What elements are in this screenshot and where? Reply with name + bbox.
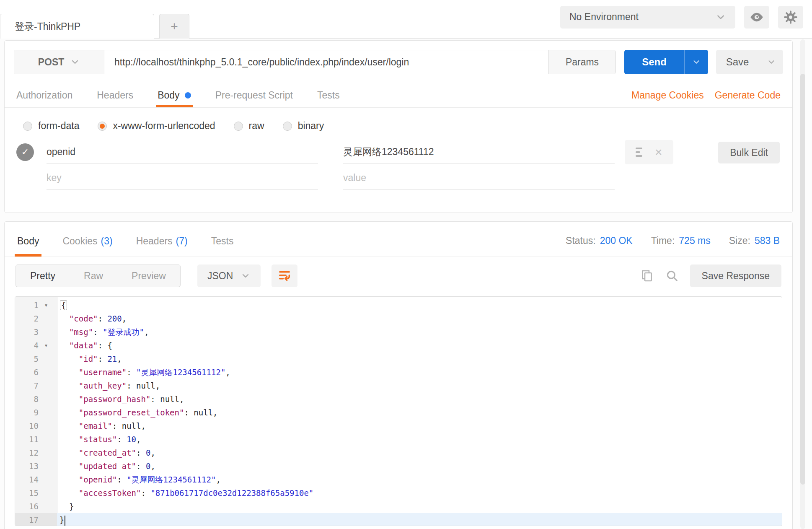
chevron-down-icon — [692, 57, 701, 67]
send-button[interactable]: Send — [624, 50, 684, 74]
search-response-button[interactable] — [665, 269, 679, 283]
view-mode-pretty[interactable]: Pretty — [16, 265, 70, 287]
environment-label: No Environment — [569, 11, 639, 23]
token-n: 0 — [146, 448, 150, 457]
body-mode-form-data[interactable]: form-data — [23, 120, 79, 132]
token-s: "灵犀网络1234561112" — [127, 475, 216, 484]
body-mode-raw[interactable]: raw — [234, 120, 264, 132]
response-code-editor[interactable]: 1▾{2 "code": 200,3 "msg": "登录成功",4▾ "dat… — [15, 296, 782, 526]
tab-label: Cookies — [62, 236, 97, 247]
key-input[interactable] — [47, 172, 318, 184]
code-line: 15 "accessToken": "871b061717dc0e32d1223… — [15, 486, 782, 500]
body-mode-x-www-form-urlencoded[interactable]: x-www-form-urlencoded — [98, 120, 215, 132]
format-select[interactable]: JSON — [197, 264, 261, 287]
url-input[interactable] — [104, 50, 548, 74]
response-tab-tests[interactable]: Tests — [211, 222, 234, 257]
key-input[interactable] — [47, 146, 318, 158]
copy-response-button[interactable] — [640, 269, 654, 283]
token-k: "status" — [79, 435, 117, 444]
request-tab-body[interactable]: Body — [158, 83, 191, 107]
response-tab-body[interactable]: Body — [17, 222, 39, 257]
tab-label: Tests — [211, 236, 234, 247]
tab-label: Body — [158, 90, 179, 101]
response-tabs-row: BodyCookies(3)Headers(7)Tests Status:200… — [5, 222, 792, 257]
token-p: , — [136, 435, 141, 444]
token-p: : null, — [150, 394, 184, 404]
params-button[interactable]: Params — [548, 50, 615, 74]
method-select[interactable]: POST — [14, 50, 104, 74]
code-line: 9 "password_reset_token": null, — [15, 406, 782, 419]
code-line: 1▾{ — [15, 298, 782, 312]
reorder-handle-icon[interactable] — [636, 148, 642, 157]
token-p — [59, 354, 79, 363]
response-panel: BodyCookies(3)Headers(7)Tests Status:200… — [4, 221, 793, 529]
line-number: 9 — [15, 406, 39, 419]
save-button[interactable]: Save — [716, 50, 759, 74]
value-input[interactable] — [343, 146, 615, 158]
gutter-cell: 14 — [15, 473, 57, 486]
view-mode-raw[interactable]: Raw — [70, 265, 117, 287]
token-s: "871b061717dc0e32d122388f65a5910e" — [150, 488, 313, 498]
code-text: "username": "灵犀网络1234561112", — [57, 366, 782, 379]
request-tab[interactable]: 登录-ThinkPHP — [0, 14, 154, 39]
line-number: 13 — [15, 459, 39, 473]
token-k: "password_hash" — [79, 394, 151, 404]
new-tab-button[interactable]: + — [159, 14, 189, 39]
code-text: { — [57, 298, 782, 312]
request-links: Manage Cookies Generate Code — [631, 83, 781, 107]
key-value-row: ✓ × — [5, 139, 792, 165]
wrap-lines-button[interactable] — [272, 264, 297, 287]
settings-button[interactable] — [778, 6, 803, 29]
code-lines: 1▾{2 "code": 200,3 "msg": "登录成功",4▾ "dat… — [15, 297, 782, 526]
body-mode-binary[interactable]: binary — [283, 120, 324, 132]
view-mode-preview[interactable]: Preview — [117, 265, 180, 287]
page-scrollbar[interactable] — [800, 39, 805, 529]
request-tabstrip: 登录-ThinkPHP + — [0, 0, 189, 38]
bulk-edit-button[interactable]: Bulk Edit — [718, 142, 780, 163]
generate-code-link[interactable]: Generate Code — [715, 90, 781, 101]
code-line: 8 "password_hash": null, — [15, 392, 782, 406]
gear-icon — [783, 10, 798, 25]
response-tab-cookies[interactable]: Cookies(3) — [62, 222, 112, 257]
scrollbar-thumb[interactable] — [800, 74, 805, 485]
request-tab-tests[interactable]: Tests — [317, 83, 340, 107]
row-enabled-checkbox[interactable]: ✓ — [16, 143, 34, 161]
code-line: 5 "id": 21, — [15, 352, 782, 366]
send-options-button[interactable] — [684, 50, 708, 74]
token-k: "openid" — [79, 475, 117, 484]
request-tab-pre-request-script[interactable]: Pre-request Script — [215, 83, 293, 107]
delete-row-icon[interactable]: × — [655, 146, 662, 158]
chevron-down-icon — [240, 271, 251, 281]
manage-cookies-link[interactable]: Manage Cookies — [631, 90, 704, 101]
save-response-button[interactable]: Save Response — [690, 264, 781, 287]
token-p: : — [136, 448, 146, 457]
value-input[interactable] — [343, 172, 615, 184]
request-tab-authorization[interactable]: Authorization — [16, 83, 72, 107]
token-n: 0 — [146, 462, 150, 471]
method-label: POST — [38, 57, 65, 68]
token-k: "accessToken" — [79, 488, 141, 498]
token-s: "登录成功" — [103, 327, 144, 337]
code-text: "updated_at": 0, — [57, 459, 782, 473]
request-tab-headers[interactable]: Headers — [97, 83, 133, 107]
code-line: 16 } — [15, 500, 782, 513]
tab-label: Headers — [136, 236, 173, 247]
radio-icon — [234, 122, 243, 131]
tab-label: Tests — [317, 90, 340, 101]
response-tab-headers[interactable]: Headers(7) — [136, 222, 188, 257]
gutter-cell: 16 — [15, 500, 57, 513]
token-p: , — [122, 314, 127, 323]
gutter-cell: 13 — [15, 459, 57, 473]
key-field-wrap — [47, 166, 318, 190]
app-header: 登录-ThinkPHP + No Environment — [0, 0, 812, 39]
save-options-button[interactable] — [759, 50, 783, 74]
environment-selector[interactable]: No Environment — [560, 6, 735, 29]
line-number: 10 — [15, 419, 39, 433]
token-k: "email" — [79, 421, 112, 430]
code-text: "password_reset_token": null, — [57, 406, 782, 419]
environment-quick-look-button[interactable] — [744, 6, 769, 29]
code-line: 4▾ "data": { — [15, 339, 782, 352]
fold-arrow-icon[interactable]: ▾ — [39, 339, 54, 352]
fold-arrow-icon[interactable]: ▾ — [39, 298, 54, 312]
response-metrics: Status:200 OKTime:725 msSize:583 B — [566, 222, 780, 257]
